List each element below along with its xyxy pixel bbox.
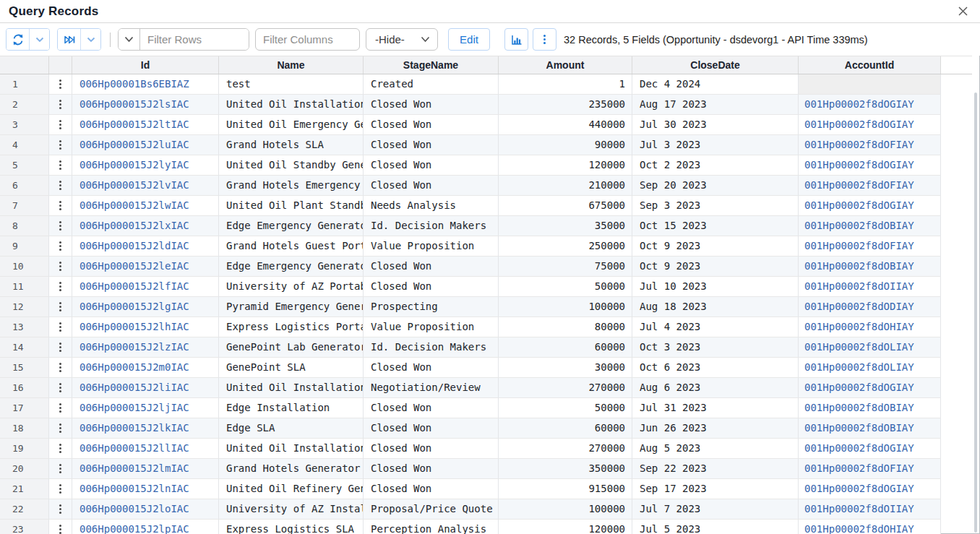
- record-id-link[interactable]: 006Hp00001Bs6EBIAZ: [79, 78, 189, 90]
- account-id-link[interactable]: 001Hp00002f8dODIAY: [804, 301, 914, 312]
- account-id-link[interactable]: 001Hp00002f8dOIIAY: [804, 280, 914, 292]
- accountid-cell: 001Hp00002f8dOGIAY: [799, 196, 941, 216]
- record-id-link[interactable]: 006Hp000015J2ltIAC: [79, 119, 189, 130]
- row-menu-button[interactable]: [49, 418, 72, 439]
- record-id-link[interactable]: 006Hp000015J2lpIAC: [79, 523, 189, 534]
- vertical-scrollbar[interactable]: [974, 92, 977, 533]
- edit-button[interactable]: Edit: [448, 28, 490, 51]
- stagename-cell: Closed Won: [364, 95, 499, 115]
- stagename-cell: Closed Won: [364, 479, 499, 499]
- execute-more-menu-button[interactable]: [80, 29, 100, 50]
- row-menu-button[interactable]: [49, 95, 72, 115]
- row-menu-button[interactable]: [49, 439, 72, 459]
- record-id-link[interactable]: 006Hp000015J2leIAC: [79, 260, 189, 272]
- account-id-link[interactable]: 001Hp00002f8dOLIAY: [804, 341, 914, 353]
- account-id-link[interactable]: 001Hp00002f8dOFIAY: [804, 240, 914, 251]
- filter-rows-input[interactable]: [140, 29, 249, 50]
- row-menu-button[interactable]: [49, 257, 72, 277]
- closedate-cell: Jul 7 2023: [632, 499, 799, 520]
- close-button[interactable]: [954, 3, 971, 20]
- record-id-link[interactable]: 006Hp000015J2lmIAC: [79, 462, 189, 474]
- row-menu-button[interactable]: [49, 277, 72, 297]
- amount-cell: 270000: [499, 439, 632, 459]
- record-id-link[interactable]: 006Hp000015J2lnIAC: [79, 483, 189, 494]
- record-id-link[interactable]: 006Hp000015J2m0IAC: [79, 361, 189, 373]
- account-id-link[interactable]: 001Hp00002f8dOLIAY: [804, 361, 914, 373]
- record-id-link[interactable]: 006Hp000015J2ldIAC: [79, 240, 189, 251]
- row-menu-button[interactable]: [49, 499, 72, 520]
- row-number: 22: [0, 499, 49, 520]
- row-menu-button[interactable]: [49, 297, 72, 317]
- kebab-icon: [59, 366, 61, 369]
- closedate-cell: Aug 18 2023: [632, 297, 799, 317]
- row-menu-button[interactable]: [49, 520, 72, 534]
- row-menu-button[interactable]: [49, 358, 72, 378]
- account-id-link[interactable]: 001Hp00002f8dOGIAY: [804, 442, 914, 454]
- record-id-link[interactable]: 006Hp000015J2lfIAC: [79, 280, 189, 292]
- record-id-link[interactable]: 006Hp000015J2lhIAC: [79, 321, 189, 332]
- chart-button[interactable]: [504, 28, 528, 51]
- row-menu-button[interactable]: [49, 216, 72, 236]
- row-menu-button[interactable]: [49, 236, 72, 257]
- row-menu-button[interactable]: [49, 115, 72, 135]
- more-options-button[interactable]: [533, 28, 556, 51]
- filter-rows-control: [118, 28, 249, 51]
- kebab-icon: [59, 427, 61, 429]
- account-id-link[interactable]: 001Hp00002f8dOGIAY: [804, 119, 914, 130]
- refresh-menu-button[interactable]: [29, 29, 49, 50]
- account-id-link[interactable]: 001Hp00002f8dOBIAY: [804, 422, 914, 434]
- row-menu-button[interactable]: [49, 74, 72, 95]
- closedate-cell: Oct 9 2023: [632, 236, 799, 257]
- table-row: 11006Hp000015J2lfIACUniversity of AZ Por…: [0, 277, 941, 297]
- row-menu-button[interactable]: [49, 337, 72, 358]
- account-id-link[interactable]: 001Hp00002f8dOFIAY: [804, 462, 914, 474]
- account-id-link[interactable]: 001Hp00002f8dOGIAY: [804, 199, 914, 211]
- row-number: 19: [0, 439, 49, 459]
- row-menu-button[interactable]: [49, 196, 72, 216]
- account-id-link[interactable]: 001Hp00002f8dOIIAY: [804, 503, 914, 514]
- row-menu-button[interactable]: [49, 176, 72, 196]
- row-menu-button[interactable]: [49, 459, 72, 479]
- refresh-button[interactable]: [7, 29, 29, 50]
- row-menu-button[interactable]: [49, 479, 72, 499]
- row-menu-button[interactable]: [49, 317, 72, 337]
- account-id-link[interactable]: 001Hp00002f8dOGIAY: [804, 382, 914, 393]
- record-id-link[interactable]: 006Hp000015J2loIAC: [79, 503, 189, 514]
- stagename-cell: Id. Decision Makers: [364, 216, 499, 236]
- record-id-link[interactable]: 006Hp000015J2lzIAC: [79, 341, 189, 353]
- kebab-icon: [59, 83, 61, 85]
- account-id-link[interactable]: 001Hp00002f8dOGIAY: [804, 98, 914, 110]
- account-id-link[interactable]: 001Hp00002f8dOGIAY: [804, 483, 914, 494]
- account-id-link[interactable]: 001Hp00002f8dOBIAY: [804, 220, 914, 231]
- record-id-link[interactable]: 006Hp000015J2lgIAC: [79, 301, 189, 312]
- record-id-link[interactable]: 006Hp000015J2lsIAC: [79, 98, 189, 110]
- record-id-link[interactable]: 006Hp000015J2lyIAC: [79, 159, 189, 171]
- account-id-link[interactable]: 001Hp00002f8dOGIAY: [804, 159, 914, 171]
- table-row: 19006Hp000015J2llIACUnited Oil Installat…: [0, 439, 941, 459]
- record-id-cell: 006Hp000015J2loIAC: [72, 499, 219, 520]
- account-id-link[interactable]: 001Hp00002f8dOHIAY: [804, 321, 914, 332]
- row-menu-button[interactable]: [49, 135, 72, 155]
- record-id-link[interactable]: 006Hp000015J2lkIAC: [79, 422, 189, 434]
- record-id-link[interactable]: 006Hp000015J2luIAC: [79, 139, 189, 150]
- record-id-link[interactable]: 006Hp000015J2liIAC: [79, 382, 189, 393]
- account-id-link[interactable]: 001Hp00002f8dOHIAY: [804, 523, 914, 534]
- account-id-link[interactable]: 001Hp00002f8dOBIAY: [804, 402, 914, 413]
- record-id-link[interactable]: 006Hp000015J2ljIAC: [79, 402, 189, 413]
- execute-more-button[interactable]: [58, 29, 80, 50]
- record-id-link[interactable]: 006Hp000015J2lxIAC: [79, 220, 189, 231]
- account-id-link[interactable]: 001Hp00002f8dOBIAY: [804, 260, 914, 272]
- row-menu-button[interactable]: [49, 155, 72, 176]
- record-id-link[interactable]: 006Hp000015J2lwIAC: [79, 199, 189, 211]
- stagename-cell: Needs Analysis: [364, 196, 499, 216]
- hide-select[interactable]: -Hide-: [366, 28, 438, 51]
- row-menu-button[interactable]: [49, 378, 72, 398]
- account-id-link[interactable]: 001Hp00002f8dOFIAY: [804, 139, 914, 150]
- account-id-link[interactable]: 001Hp00002f8dOFIAY: [804, 179, 914, 191]
- column-header-amount: Amount: [499, 56, 632, 74]
- filter-menu-button[interactable]: [119, 29, 140, 50]
- row-menu-button[interactable]: [49, 398, 72, 418]
- filter-columns-input[interactable]: [255, 28, 360, 51]
- record-id-link[interactable]: 006Hp000015J2llIAC: [79, 442, 189, 454]
- record-id-link[interactable]: 006Hp000015J2lvIAC: [79, 179, 189, 191]
